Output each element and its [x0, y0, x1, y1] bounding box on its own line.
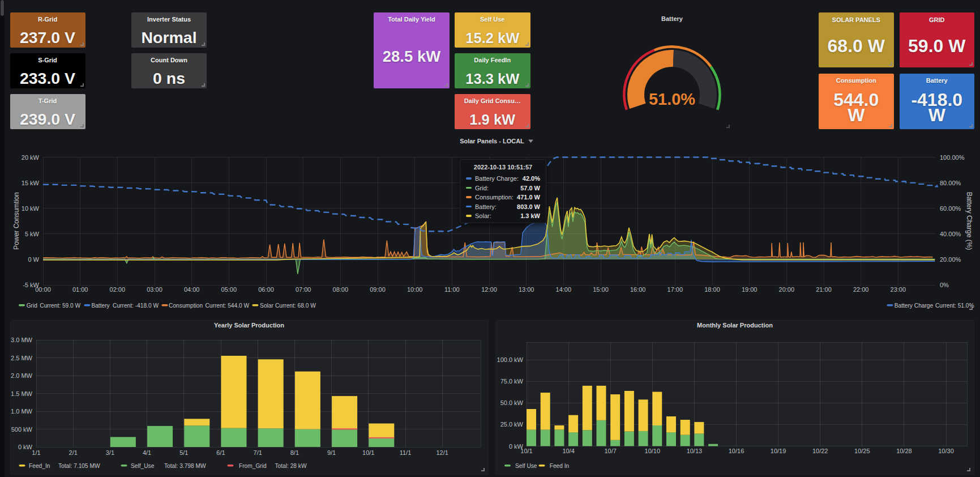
svg-text:03:00: 03:00	[147, 286, 162, 293]
svg-text:0%: 0%	[940, 282, 949, 288]
svg-text:Power Consumtion: Power Consumtion	[12, 192, 20, 249]
svg-text:Current: 59.0 W: Current: 59.0 W	[40, 303, 80, 309]
svg-text:1.0 MW: 1.0 MW	[11, 408, 33, 415]
svg-text:100.00%: 100.00%	[940, 154, 965, 161]
svg-text:500 kW: 500 kW	[11, 426, 33, 433]
svg-text:12/1: 12/1	[436, 449, 448, 456]
svg-text:51.0%: 51.0%	[649, 90, 695, 108]
svg-text:00:00: 00:00	[35, 286, 51, 293]
svg-text:Solar: Solar	[260, 303, 273, 309]
svg-text:19:00: 19:00	[742, 286, 758, 293]
svg-text:11:00: 11:00	[444, 286, 460, 293]
svg-text:10/19: 10/19	[771, 448, 786, 454]
svg-text:100.0 kW: 100.0 kW	[497, 356, 524, 363]
svg-text:Yearly Solar Production: Yearly Solar Production	[214, 322, 284, 329]
svg-text:50.0 kW: 50.0 kW	[500, 399, 524, 406]
svg-text:14:00: 14:00	[556, 286, 572, 293]
svg-text:Current: -418.0 W: Current: -418.0 W	[113, 303, 159, 309]
svg-text:Total: 3.798 MW: Total: 3.798 MW	[164, 463, 206, 469]
svg-text:0 kW: 0 kW	[18, 444, 33, 450]
svg-text:Feed_In: Feed_In	[29, 463, 50, 469]
svg-text:10:00: 10:00	[407, 286, 423, 293]
svg-text:1.5 MW: 1.5 MW	[11, 390, 33, 397]
svg-text:From_Grid: From_Grid	[239, 463, 267, 469]
svg-text:10/30: 10/30	[938, 448, 954, 454]
svg-text:10/13: 10/13	[687, 448, 703, 454]
svg-text:08:00: 08:00	[333, 286, 349, 293]
svg-text:10/4: 10/4	[562, 448, 574, 454]
svg-text:40.00%: 40.00%	[940, 231, 961, 237]
svg-text:16:00: 16:00	[630, 286, 646, 293]
svg-text:10/1: 10/1	[362, 449, 374, 456]
svg-text:10/10: 10/10	[645, 448, 661, 454]
svg-text:10/25: 10/25	[854, 448, 870, 454]
svg-text:04:00: 04:00	[184, 286, 200, 293]
svg-text:10/7: 10/7	[604, 448, 616, 454]
svg-text:75.0 kW: 75.0 kW	[500, 378, 524, 385]
svg-text:Self Use: Self Use	[515, 463, 537, 469]
svg-text:6/1: 6/1	[216, 449, 225, 456]
svg-text:10/28: 10/28	[896, 448, 912, 454]
svg-text:80.00%: 80.00%	[940, 180, 961, 186]
svg-text:22:00: 22:00	[853, 286, 869, 293]
svg-text:10/1: 10/1	[520, 448, 532, 454]
svg-text:21:00: 21:00	[816, 286, 832, 293]
svg-text:23:00: 23:00	[891, 286, 906, 293]
svg-text:Total: 7.105 MW: Total: 7.105 MW	[58, 463, 100, 469]
svg-text:25.0 kW: 25.0 kW	[500, 421, 524, 428]
svg-text:Battery: Battery	[661, 15, 683, 22]
svg-text:01:00: 01:00	[72, 286, 88, 293]
svg-text:Total: 28 kW: Total: 28 kW	[275, 463, 307, 469]
svg-text:5/1: 5/1	[179, 449, 188, 456]
svg-text:20.00%: 20.00%	[940, 256, 961, 263]
svg-text:09:00: 09:00	[370, 286, 386, 293]
svg-text:Battery Charge: Battery Charge	[895, 303, 934, 309]
svg-text:18:00: 18:00	[704, 286, 720, 293]
svg-text:13:00: 13:00	[519, 286, 534, 293]
svg-text:06:00: 06:00	[258, 286, 274, 293]
svg-text:Grid: Grid	[27, 303, 38, 309]
svg-text:02:00: 02:00	[110, 286, 126, 293]
svg-text:15:00: 15:00	[593, 286, 609, 293]
svg-text:15 kW: 15 kW	[22, 180, 40, 186]
svg-text:Current: 68.0 W: Current: 68.0 W	[275, 303, 316, 309]
svg-text:07:00: 07:00	[296, 286, 311, 293]
svg-text:9/1: 9/1	[327, 449, 336, 456]
svg-text:Self_Use: Self_Use	[131, 463, 155, 469]
svg-text:11/1: 11/1	[400, 449, 412, 456]
svg-text:8/1: 8/1	[290, 449, 299, 456]
svg-text:Current: 544.0 W: Current: 544.0 W	[206, 303, 250, 309]
svg-text:1/1: 1/1	[32, 449, 40, 456]
svg-text:Solar Panels - LOCAL: Solar Panels - LOCAL	[460, 138, 524, 144]
svg-text:20 kW: 20 kW	[22, 154, 40, 161]
svg-text:Consumption: Consumption	[169, 303, 203, 309]
svg-text:Feed In: Feed In	[550, 463, 570, 469]
svg-text:17:00: 17:00	[667, 286, 683, 293]
svg-text:3.0 MW: 3.0 MW	[11, 337, 33, 343]
svg-text:2/1: 2/1	[69, 449, 78, 456]
svg-text:Monthly Solar Production: Monthly Solar Production	[697, 322, 773, 329]
svg-text:5 kW: 5 kW	[25, 231, 40, 237]
svg-text:20:00: 20:00	[779, 286, 795, 293]
svg-text:4/1: 4/1	[143, 449, 151, 456]
svg-text:10/22: 10/22	[812, 448, 828, 454]
svg-text:3/1: 3/1	[106, 449, 114, 456]
svg-text:0 W: 0 W	[28, 256, 39, 263]
svg-text:Battery Charge (%): Battery Charge (%)	[965, 192, 973, 250]
svg-text:2.5 MW: 2.5 MW	[11, 355, 33, 361]
svg-text:Current: 51.0%: Current: 51.0%	[935, 303, 974, 309]
svg-text:10/16: 10/16	[729, 448, 744, 454]
svg-text:05:00: 05:00	[221, 286, 237, 293]
svg-text:Battery: Battery	[91, 303, 110, 309]
svg-text:12:00: 12:00	[481, 286, 497, 293]
svg-text:10 kW: 10 kW	[22, 205, 40, 212]
svg-text:2.0 MW: 2.0 MW	[11, 372, 33, 379]
svg-text:7/1: 7/1	[254, 449, 262, 456]
svg-text:60.00%: 60.00%	[940, 205, 961, 212]
